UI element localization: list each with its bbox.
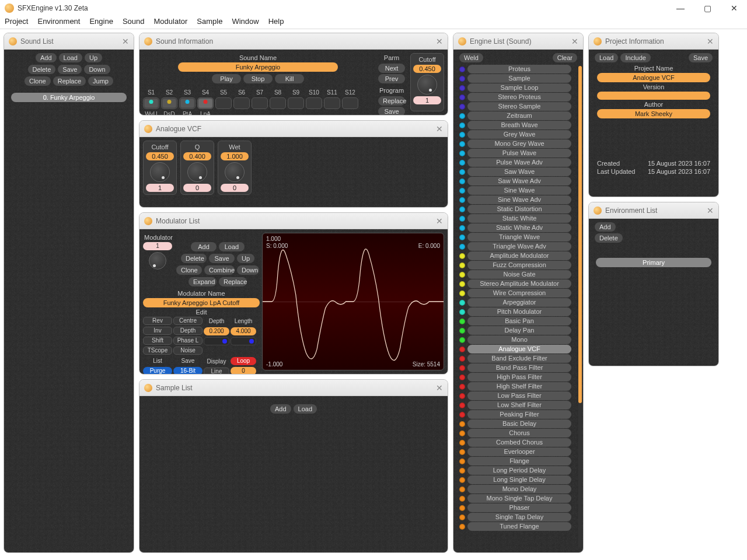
engine-item[interactable]: Saw Wave [467, 167, 571, 176]
project-include[interactable]: Include [620, 53, 650, 62]
engine-item[interactable]: Triangle Wave [467, 233, 571, 242]
engine-item[interactable]: Band Exclude Filter [467, 354, 571, 363]
engine-row[interactable]: Grey Wave [459, 130, 571, 139]
engine-item[interactable]: Amplitude Modulator [467, 251, 571, 260]
engine-item[interactable]: Fuzz Compression [467, 261, 571, 270]
load-button[interactable]: Load [59, 53, 82, 62]
mod-name-field[interactable]: Funky Arpeggio LpA Cutoff [143, 298, 260, 307]
engine-row[interactable]: Basic Delay [459, 419, 571, 428]
engine-item[interactable]: Breath Wave [467, 121, 571, 130]
close-icon[interactable]: ✕ [436, 216, 443, 226]
engine-row[interactable]: Long Single Delay [459, 475, 571, 484]
engine-row[interactable]: Pulse Wave [459, 149, 571, 158]
project-load[interactable]: Load [595, 53, 618, 62]
engine-row[interactable]: Stereo Sample [459, 102, 571, 111]
up-button[interactable]: Up [85, 53, 102, 62]
engine-item[interactable]: Chorus [467, 429, 571, 438]
engine-item[interactable]: Stereo Proteus [467, 93, 571, 102]
engine-row[interactable]: High Shelf Filter [459, 382, 571, 391]
cutoff-value[interactable]: 0.450 [413, 65, 441, 73]
slot-button[interactable] [270, 97, 286, 109]
loop-button[interactable]: Loop [231, 357, 256, 365]
engine-item[interactable]: Saw Wave Adv [467, 177, 571, 186]
jump-button[interactable]: Jump [88, 76, 113, 86]
slot-S6[interactable]: S6 [233, 89, 250, 115]
save-button[interactable]: Save [58, 65, 82, 74]
mod-up[interactable]: Up [237, 254, 254, 263]
engine-item[interactable]: Low Shelf Filter [467, 401, 571, 410]
close-icon[interactable]: ✕ [571, 37, 578, 46]
replace-button[interactable]: Replace [53, 76, 86, 86]
menu-window[interactable]: Window [232, 17, 259, 26]
engine-item[interactable]: Pitch Modulator [467, 307, 571, 316]
length-field[interactable]: 4.000 [231, 327, 256, 335]
mod-load[interactable]: Load [219, 242, 245, 251]
slot-button[interactable] [143, 97, 159, 109]
env-list-item[interactable]: Primary [596, 258, 711, 267]
kill-button[interactable]: Kill [275, 74, 304, 83]
engine-row[interactable]: Combed Chorus [459, 438, 571, 447]
mod-down[interactable]: Down [237, 265, 259, 275]
slot-button[interactable] [161, 97, 177, 109]
clone-button[interactable]: Clone [25, 76, 51, 86]
mod-add[interactable]: Add [191, 242, 217, 251]
engine-row[interactable]: Low Shelf Filter [459, 401, 571, 410]
slot-S4[interactable]: S4LpA [197, 89, 214, 115]
program-replace-button[interactable]: Replace [378, 96, 405, 106]
engine-item[interactable]: Everlooper [467, 447, 571, 456]
line-button[interactable]: Line [204, 368, 229, 374]
close-icon[interactable]: ✕ [436, 124, 443, 134]
engine-row[interactable]: Long Period Delay [459, 466, 571, 475]
engine-item[interactable]: Static White [467, 214, 571, 223]
delete-button[interactable]: Delete [28, 65, 56, 74]
bit-button[interactable]: 16-Bit [173, 367, 203, 374]
engine-row[interactable]: Basic Pan [459, 317, 571, 326]
stop-button[interactable]: Stop [243, 74, 273, 83]
close-button[interactable]: ✕ [726, 2, 742, 14]
engine-row[interactable]: Tuned Flange [459, 522, 571, 531]
engine-row[interactable]: Mono Delay [459, 485, 571, 494]
slot-S11[interactable]: S11 [324, 89, 340, 115]
phase-led[interactable] [204, 337, 229, 345]
sample-add[interactable]: Add [270, 404, 291, 414]
modulator-knob[interactable] [149, 252, 166, 270]
knob-value[interactable]: 1.000 [221, 152, 249, 160]
engine-row[interactable]: Saw Wave [459, 167, 571, 176]
weld-button[interactable]: Weld [459, 53, 483, 62]
slot-S8[interactable]: S8 [270, 89, 286, 115]
clear-button[interactable]: Clear [553, 53, 577, 62]
engine-item[interactable]: Long Single Delay [467, 475, 571, 484]
slot-S3[interactable]: S3PtA [179, 89, 196, 115]
engine-row[interactable]: Fuzz Compression [459, 261, 571, 270]
engine-row[interactable]: Analogue VCF [459, 345, 571, 354]
mod-combine[interactable]: Combine [204, 265, 235, 275]
engine-item[interactable]: Sample [467, 74, 571, 83]
engine-row[interactable]: Everlooper [459, 447, 571, 456]
engine-item[interactable]: Noise Gate [467, 270, 571, 279]
knob-value[interactable]: 0.450 [146, 152, 174, 160]
menu-project[interactable]: Project [5, 17, 28, 26]
rev-button[interactable]: Rev [143, 317, 172, 325]
engine-item[interactable]: Zeitraum [467, 111, 571, 120]
engine-row[interactable]: Sample Loop [459, 83, 571, 92]
slot-button[interactable] [197, 97, 214, 109]
menu-environment[interactable]: Environment [37, 17, 80, 26]
slot-S12[interactable]: S12 [342, 89, 358, 115]
env-add[interactable]: Add [595, 222, 616, 232]
engine-item[interactable]: Delay Pan [467, 326, 571, 335]
mod-save[interactable]: Save [209, 254, 235, 263]
cutoff-idx[interactable]: 1 [413, 96, 441, 104]
engine-item[interactable]: Mono Single Tap Delay [467, 494, 571, 503]
engine-item[interactable]: High Shelf Filter [467, 382, 571, 391]
engine-item[interactable]: Static Distortion [467, 205, 571, 214]
cutoff-knob[interactable] [417, 75, 437, 94]
mod-clone[interactable]: Clone [176, 265, 202, 275]
engine-row[interactable]: Sample [459, 74, 571, 83]
slot-button[interactable] [215, 97, 232, 109]
purge-button[interactable]: Purge [143, 367, 172, 374]
engine-item[interactable]: Single Tap Delay [467, 513, 571, 522]
engine-item[interactable]: Mono [467, 335, 571, 344]
engine-item[interactable]: High Pass Filter [467, 373, 571, 382]
noise-button[interactable]: Noise [173, 346, 203, 355]
depth-field[interactable]: 0.200 [204, 327, 229, 335]
